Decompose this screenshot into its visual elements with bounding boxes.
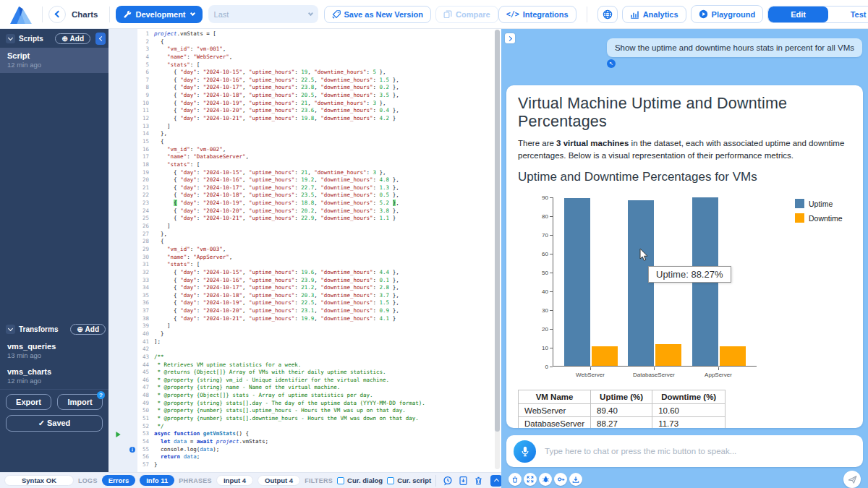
- code-line[interactable]: 32 { "day": "2024-10-15", "uptime_hours"…: [109, 269, 494, 277]
- code-line[interactable]: 40 }: [109, 330, 494, 338]
- clear-chat-trash-icon[interactable]: [509, 473, 522, 486]
- code-line[interactable]: 30 "name": "AppServer",: [109, 254, 494, 262]
- code-line[interactable]: 20 { "day": "2024-10-16", "uptime_hours"…: [109, 176, 494, 184]
- clear-logs-trash-icon[interactable]: [474, 476, 483, 486]
- code-line[interactable]: 46 * @property {string} vm_id - Unique i…: [109, 377, 494, 385]
- code-line[interactable]: 57}: [109, 461, 494, 469]
- code-line[interactable]: 34 { "day": "2024-10-17", "uptime_hours"…: [109, 284, 494, 292]
- tab-test[interactable]: Test: [828, 7, 868, 22]
- back-button[interactable]: [48, 6, 66, 23]
- code-line[interactable]: 31 "stats": [: [109, 261, 494, 269]
- code-line[interactable]: 7 { "day": "2024-10-16", "uptime_hours":…: [109, 77, 494, 85]
- code-line[interactable]: 39 ]: [109, 322, 494, 330]
- code-line[interactable]: 43/**: [109, 354, 494, 361]
- code-line[interactable]: 4 "name": "WebServer",: [109, 53, 494, 61]
- playground-button[interactable]: Playground: [691, 5, 764, 23]
- sidebar-item-vms-charts[interactable]: vms_charts 12 min ago: [0, 364, 109, 389]
- code-line[interactable]: 1project.vmStats = [: [109, 30, 494, 38]
- code-line[interactable]: 45 * @returns {Object[]} Array of VMs wi…: [109, 369, 494, 377]
- sidebar-item-script[interactable]: Script 12 min ago: [0, 48, 109, 73]
- code-line[interactable]: 21 { "day": "2024-10-17", "uptime_hours"…: [109, 184, 494, 192]
- code-line[interactable]: 11 { "day": "2024-10-20", "uptime_hours"…: [109, 107, 494, 115]
- code-line[interactable]: 23 { "day": "2024-10-19", "uptime_hours"…: [109, 200, 494, 207]
- downtime-bar-AppServer[interactable]: [720, 346, 746, 366]
- download-chat-icon[interactable]: [569, 473, 582, 486]
- send-message-button[interactable]: [843, 471, 861, 488]
- code-line[interactable]: 27 },: [109, 231, 494, 239]
- code-line[interactable]: 41];: [109, 338, 494, 346]
- sidebar-item-vms-queries[interactable]: vms_queries 13 min ago: [0, 338, 109, 364]
- output-count-pill[interactable]: Output 4: [258, 475, 300, 486]
- chat-text-input[interactable]: Type here to chat or press the mic butto…: [545, 447, 856, 455]
- language-globe-button[interactable]: [597, 6, 618, 23]
- code-line[interactable]: 26 ]: [109, 223, 494, 231]
- cur-dialog-filter[interactable]: Cur. dialog: [337, 476, 383, 484]
- import-button[interactable]: Import ?: [57, 394, 103, 410]
- code-line[interactable]: 56 return data;: [109, 453, 494, 461]
- code-line[interactable]: 6 { "day": "2024-10-15", "uptime_hours":…: [109, 69, 494, 77]
- code-line[interactable]: 49 * @property {string} stats[].day - Th…: [109, 400, 494, 408]
- add-script-button[interactable]: ⊕ Add: [55, 33, 90, 44]
- code-line[interactable]: 2 {: [109, 38, 494, 46]
- code-line[interactable]: 18 "stats": [: [109, 161, 494, 169]
- scripts-collapse-icon[interactable]: [6, 34, 15, 43]
- code-line[interactable]: 13 ]: [109, 123, 494, 131]
- code-line[interactable]: 28 {: [109, 238, 494, 246]
- code-line[interactable]: 55 console.log(data);: [109, 446, 494, 454]
- api-key-icon[interactable]: [554, 473, 567, 486]
- downtime-bar-DatabaseServer[interactable]: [655, 344, 681, 366]
- cur-script-checkbox[interactable]: [387, 477, 394, 484]
- sidebar-collapse-button[interactable]: [95, 33, 106, 45]
- code-line[interactable]: 14 },: [109, 130, 494, 138]
- code-line[interactable]: 9 { "day": "2024-10-18", "uptime_hours":…: [109, 92, 494, 100]
- code-line[interactable]: 42: [109, 346, 494, 354]
- code-line[interactable]: 52 */: [109, 423, 494, 431]
- export-button[interactable]: Export: [6, 394, 51, 410]
- expand-panel-button[interactable]: [505, 33, 515, 43]
- code-line[interactable]: 12 { "day": "2024-10-21", "uptime_hours"…: [109, 115, 494, 123]
- collapse-panel-button[interactable]: [490, 475, 502, 487]
- code-line[interactable]: 37 { "day": "2024-10-20", "uptime_hours"…: [109, 307, 494, 315]
- code-line[interactable]: 22 { "day": "2024-10-18", "uptime_hours"…: [109, 192, 494, 200]
- cur-script-filter[interactable]: Cur. script: [387, 476, 431, 484]
- code-line[interactable]: 5 "stats": [: [109, 61, 494, 69]
- errors-filter-pill[interactable]: Errors: [102, 475, 136, 486]
- jump-to-source-icon[interactable]: ↖: [607, 59, 616, 68]
- code-line[interactable]: 24 { "day": "2024-10-20", "uptime_hours"…: [109, 207, 494, 215]
- editor-scrollbar[interactable]: [495, 30, 500, 469]
- code-line[interactable]: 33 { "day": "2024-10-16", "uptime_hours"…: [109, 277, 494, 285]
- help-badge[interactable]: ?: [97, 391, 105, 399]
- scrollbar-thumb[interactable]: [495, 30, 500, 432]
- code-line[interactable]: 8 { "day": "2024-10-17", "uptime_hours":…: [109, 84, 494, 92]
- code-line[interactable]: 17 "name": "DatabaseServer",: [109, 153, 494, 161]
- breadcrumb[interactable]: Charts: [72, 10, 98, 19]
- code-line[interactable]: 54 let data = await project.vmStats;: [109, 438, 494, 446]
- code-line[interactable]: 44 * Retrieves VM uptime statistics for …: [109, 361, 494, 369]
- version-select[interactable]: Last: [208, 5, 318, 23]
- info-filter-pill[interactable]: Info 11: [140, 475, 174, 486]
- code-line[interactable]: 50 * @property {number} stats[].uptime_h…: [109, 407, 494, 415]
- code-line[interactable]: 3 "vm_id": "vm-001",: [109, 46, 494, 53]
- debug-bug-icon[interactable]: [539, 473, 552, 486]
- code-editor[interactable]: 1project.vmStats = [2 {3 "vm_id": "vm-00…: [109, 29, 501, 472]
- code-line[interactable]: 25 { "day": "2024-10-21", "uptime_hours"…: [109, 215, 494, 223]
- saved-button[interactable]: ✓ Saved: [6, 415, 103, 432]
- code-line[interactable]: 48 * @property {Object[]} stats - Array …: [109, 392, 494, 400]
- fullscreen-icon[interactable]: [524, 473, 537, 486]
- chat-input-bar[interactable]: Type here to chat or press the mic butto…: [506, 435, 863, 467]
- uptime-bar-DatabaseServer[interactable]: [628, 200, 654, 367]
- tab-edit[interactable]: Edit: [768, 7, 828, 22]
- log-history-icon[interactable]: [443, 476, 453, 486]
- code-line[interactable]: 16 "vm_id": "vm-002",: [109, 146, 494, 154]
- cur-dialog-checkbox[interactable]: [337, 477, 344, 484]
- integrations-button[interactable]: </> Integrations: [498, 6, 576, 23]
- code-line[interactable]: 15 {: [109, 138, 494, 146]
- mic-button[interactable]: [514, 440, 536, 463]
- analytics-button[interactable]: Analytics: [622, 6, 686, 23]
- save-as-new-version-button[interactable]: Save as New Version: [324, 6, 431, 23]
- code-line[interactable]: 47 * @property {string} name - Name of t…: [109, 384, 494, 392]
- downtime-bar-WebServer[interactable]: [592, 346, 618, 367]
- code-line[interactable]: 51 * @property {number} stats[].downtime…: [109, 415, 494, 423]
- input-count-pill[interactable]: Input 4: [216, 475, 253, 486]
- uptime-bar-WebServer[interactable]: [564, 198, 590, 366]
